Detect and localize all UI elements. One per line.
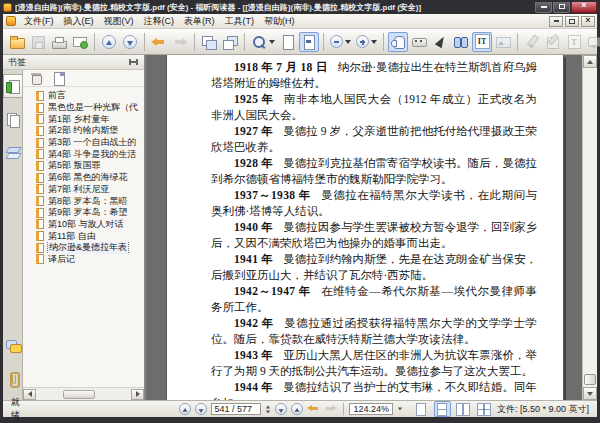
previous-page-button[interactable] — [195, 403, 207, 415]
multi-window-button[interactable] — [199, 32, 219, 52]
bookmark-item[interactable]: 第6部 黑色的海绿花 — [36, 172, 142, 184]
bookmark-list: 前言黑色也是一种光辉（代第1部 乡村童年第2部 约翰内斯堡第3部 一个自由战士的… — [23, 87, 144, 387]
print-button[interactable] — [49, 32, 69, 52]
scroll-right-icon — [136, 391, 140, 397]
menu-item[interactable]: 文件(F) — [19, 14, 59, 29]
zoom-tool-button[interactable] — [249, 32, 277, 52]
pin-icon[interactable] — [129, 57, 139, 67]
vertical-scroll-thumb[interactable] — [584, 374, 596, 385]
menu-item[interactable]: 注释(C) — [139, 14, 180, 29]
next-page-button[interactable] — [275, 403, 287, 415]
bookmark-item[interactable]: 第3部 一个自由战士的 — [36, 137, 142, 149]
previous-view-icon — [151, 34, 167, 50]
scroll-up-button[interactable] — [583, 55, 597, 68]
search-button[interactable] — [451, 32, 471, 52]
next-page-button[interactable] — [120, 32, 140, 52]
select-text-button[interactable]: IT — [472, 32, 492, 52]
bookmark-item[interactable]: 第7部 利沃尼亚 — [36, 184, 142, 196]
select-annotation-button[interactable] — [430, 32, 450, 52]
layers-tab[interactable] — [3, 140, 22, 164]
foxit-app-icon — [3, 3, 12, 12]
continuous-layout-button[interactable] — [434, 401, 451, 417]
child-minimize-button[interactable] — [549, 16, 563, 27]
horizontal-scroll-thumb[interactable] — [63, 390, 95, 399]
scroll-down-button[interactable] — [583, 387, 597, 400]
page-navigation: 541 / 577 — [179, 403, 337, 415]
actual-size-icon — [280, 34, 296, 50]
email-button[interactable] — [70, 32, 90, 52]
child-close-button[interactable]: × — [581, 16, 595, 27]
child-restore-button[interactable] — [565, 16, 579, 27]
document-area: 1918 年 7 月 18 日纳尔逊·曼德拉出生在特兰斯凯首府乌姆塔塔附近的姆维… — [146, 55, 582, 400]
edit-tool-button — [543, 32, 563, 52]
continuous-icon — [437, 403, 447, 416]
last-page-button[interactable] — [291, 403, 303, 415]
single-page-layout-button[interactable] — [413, 401, 430, 417]
bookmark-item[interactable]: 纳尔逊&曼德拉年表 — [36, 242, 142, 254]
minimize-button[interactable] — [535, 2, 552, 13]
pages-tab[interactable] — [3, 107, 22, 131]
dropdown-caret-icon[interactable] — [371, 40, 377, 44]
next-view-button[interactable] — [324, 404, 337, 414]
menu-item[interactable]: 帮助(H) — [259, 14, 300, 29]
bookmark-item[interactable]: 第2部 约翰内斯堡 — [36, 125, 142, 137]
attachments-tab[interactable] — [3, 367, 22, 391]
bookmark-item[interactable]: 第8部 罗本岛：黑暗 — [36, 195, 142, 207]
previous-view-button[interactable] — [307, 404, 320, 414]
zoom-out-button[interactable] — [328, 32, 353, 52]
dropdown-caret-icon[interactable] — [345, 40, 351, 44]
bookmark-label: 第1部 乡村童年 — [47, 113, 111, 125]
bookmark-item[interactable]: 第9部 罗本岛：希望 — [36, 207, 142, 219]
status-text: 就绪 — [11, 396, 27, 422]
expand-bookmarks-button[interactable] — [52, 71, 65, 85]
bookmark-page-icon — [36, 173, 44, 183]
fit-width-icon — [301, 34, 317, 50]
actual-size-button[interactable] — [278, 32, 298, 52]
continuous-facing-layout-button[interactable] — [476, 401, 493, 417]
comments-tab[interactable] — [3, 334, 22, 358]
bookmark-item[interactable]: 第11部 自由 — [36, 230, 142, 242]
scroll-right-button[interactable] — [131, 389, 144, 400]
zoom-spinner-icon — [398, 408, 402, 411]
open-button[interactable] — [7, 32, 27, 52]
bookmark-item[interactable]: 第4部 斗争是我的生活 — [36, 148, 142, 160]
document-icon[interactable] — [6, 16, 16, 26]
bookmark-item[interactable]: 前言 — [36, 90, 142, 102]
horizontal-scroll-track[interactable] — [36, 389, 131, 400]
zoom-level-input[interactable]: 124.24% — [349, 403, 393, 415]
bookmarks-tab[interactable] — [3, 74, 22, 98]
facing-layout-button[interactable] — [455, 401, 472, 417]
bookmark-item[interactable]: 译后记 — [36, 254, 142, 266]
vertical-scroll-track[interactable] — [583, 68, 597, 387]
menu-item[interactable]: 视图(V) — [99, 14, 139, 29]
previous-view-button[interactable] — [149, 32, 169, 52]
sidebar-horizontal-scrollbar[interactable] — [23, 387, 144, 400]
zoom-spinner[interactable] — [397, 407, 403, 411]
menu-item[interactable]: 插入(E) — [59, 14, 99, 29]
bookmark-item[interactable]: 黑色也是一种光辉（代 — [36, 102, 142, 114]
vertical-scrollbar[interactable] — [582, 55, 597, 400]
restore-button[interactable] — [553, 2, 570, 13]
page-spinner[interactable] — [265, 405, 271, 414]
bookmark-item[interactable]: 第5部 叛国罪 — [36, 160, 142, 172]
previous-page-button[interactable] — [99, 32, 119, 52]
close-button[interactable]: × — [571, 2, 597, 13]
bookmark-label: 第6部 黑色的海绿花 — [47, 172, 129, 184]
statusbar: 就绪 541 / 577 124.24% 文件: [5.50 * 9.00 英寸… — [3, 400, 597, 417]
hand-tool-button[interactable] — [388, 32, 408, 52]
bookmark-item[interactable]: 第10部 与敌人对话 — [36, 219, 142, 231]
menu-item[interactable]: 表单(R) — [179, 14, 220, 29]
page-number-input[interactable]: 541 / 577 — [211, 403, 261, 415]
dropdown-caret-icon[interactable] — [269, 40, 275, 44]
snapshot-button[interactable] — [409, 32, 429, 52]
split-window-button[interactable] — [220, 32, 240, 52]
first-page-button[interactable] — [179, 403, 191, 415]
zoom-in-button[interactable] — [354, 32, 379, 52]
menu-item[interactable]: 工具(T) — [220, 14, 260, 29]
child-restore-icon — [569, 19, 575, 24]
bookmark-item[interactable]: 第1部 乡村童年 — [36, 113, 142, 125]
fit-width-button[interactable] — [299, 32, 319, 52]
delete-bookmark-button[interactable] — [30, 71, 43, 85]
bookmark-label: 第8部 罗本岛：黑暗 — [47, 195, 129, 207]
statusbar-separator — [343, 403, 344, 415]
